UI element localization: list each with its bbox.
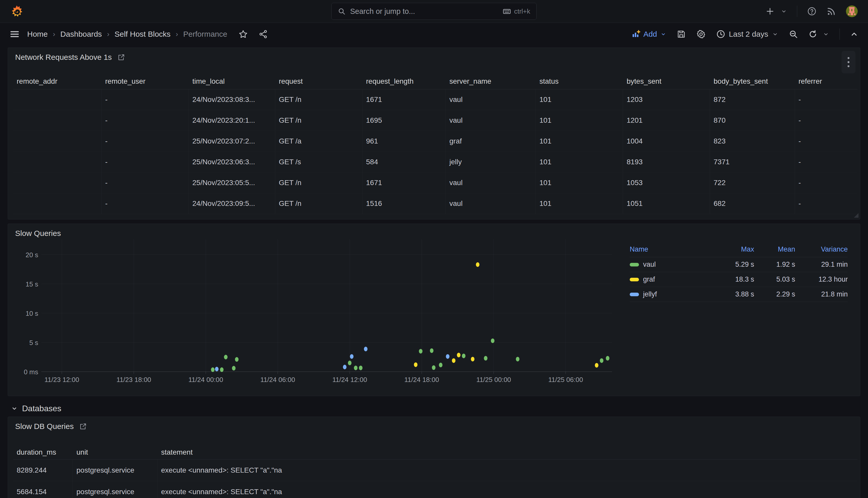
cell-unit: postgresql.service	[73, 459, 158, 481]
column-header-request[interactable]: request	[275, 74, 363, 89]
search-shortcut: ctrl+k	[503, 7, 530, 15]
scatter-point[interactable]	[430, 348, 433, 353]
legend-header-variance[interactable]: Variance	[795, 243, 848, 257]
external-link-icon[interactable]	[118, 53, 125, 61]
scatter-point[interactable]	[516, 357, 519, 362]
scatter-point[interactable]	[215, 367, 219, 371]
column-header-body_bytes_sent[interactable]: body_bytes_sent	[710, 74, 795, 89]
time-range-picker[interactable]: Last 2 days	[716, 29, 778, 39]
panel-network-header[interactable]: Network Requests Above 1s	[8, 48, 860, 62]
series-name-prefix: jellyf	[643, 290, 657, 298]
collapse-caret-up-icon[interactable]	[850, 30, 858, 38]
server-name-prefix: graf	[449, 137, 462, 145]
scatter-point[interactable]	[343, 365, 347, 369]
column-header-duration_ms[interactable]: duration_ms	[13, 445, 73, 459]
legend-header-name[interactable]: Name	[630, 243, 713, 257]
breadcrumb-dashboards[interactable]: Dashboards	[60, 30, 102, 39]
scatter-point[interactable]	[457, 353, 460, 357]
refresh-icon[interactable]	[808, 29, 817, 39]
scatter-point[interactable]	[359, 366, 363, 370]
panel-resize-handle[interactable]	[854, 213, 858, 218]
column-header-time_local[interactable]: time_local	[189, 74, 275, 89]
new-chevron-down-icon[interactable]	[781, 8, 787, 15]
section-databases[interactable]: Databases	[8, 400, 860, 417]
scatter-point[interactable]	[419, 349, 422, 353]
zoom-out-icon[interactable]	[789, 29, 798, 39]
column-header-referrer[interactable]: referrer	[795, 74, 857, 89]
breadcrumb-home[interactable]: Home	[27, 30, 48, 39]
scatter-point[interactable]	[446, 354, 449, 359]
server-name-prefix: vaul	[449, 116, 462, 124]
scatter-point[interactable]	[414, 363, 418, 367]
panel-slow-queries-header[interactable]: Slow Queries	[8, 224, 860, 238]
series-color-chip[interactable]	[630, 278, 639, 281]
scatter-point[interactable]	[350, 354, 353, 359]
redacted-value	[303, 135, 341, 147]
scatter-point[interactable]	[462, 353, 465, 358]
top-nav-bar: Search or jump to... ctrl+k	[0, 0, 868, 23]
scatter-point[interactable]	[452, 358, 456, 363]
column-header-server_name[interactable]: server_name	[446, 74, 536, 89]
scatter-point[interactable]	[232, 366, 235, 370]
redacted-value	[303, 177, 341, 189]
scatter-point[interactable]	[491, 338, 494, 343]
scatter-point[interactable]	[354, 366, 357, 370]
scatter-point[interactable]	[600, 358, 603, 363]
help-icon[interactable]	[807, 6, 817, 16]
breadcrumb-current: Performance	[183, 30, 227, 39]
scatter-point[interactable]	[471, 357, 475, 362]
user-avatar[interactable]	[846, 5, 858, 17]
column-header-statement[interactable]: statement	[158, 445, 857, 459]
scatter-point[interactable]	[235, 357, 239, 362]
scatter-point[interactable]	[606, 356, 609, 361]
scatter-point[interactable]	[484, 356, 487, 361]
dashboard-nav-bar: Home › Dashboards › Self Host Blocks › P…	[0, 23, 868, 45]
add-button[interactable]: Add	[632, 30, 666, 39]
column-header-unit[interactable]: unit	[73, 445, 158, 459]
scatter-point[interactable]	[476, 262, 479, 267]
redacted-value	[17, 92, 81, 107]
cell-time-local: 24/Nov/2023:20:1...	[189, 110, 275, 131]
scatter-point[interactable]	[224, 355, 228, 359]
legend-mean-value: 5.03 s	[754, 272, 795, 287]
column-header-remote_addr[interactable]: remote_addr	[13, 74, 101, 89]
scatter-point[interactable]	[364, 347, 368, 351]
scatter-point[interactable]	[211, 367, 214, 372]
cell-request-length: 1695	[363, 110, 446, 131]
search-input[interactable]: Search or jump to... ctrl+k	[331, 3, 537, 20]
scatter-point[interactable]	[348, 361, 351, 365]
scatter-point[interactable]	[595, 363, 598, 368]
breadcrumb-folder[interactable]: Self Host Blocks	[114, 30, 170, 39]
dashboard-settings-gear-icon[interactable]	[696, 29, 706, 39]
share-icon[interactable]	[259, 29, 268, 39]
dashboard-body: Network Requests Above 1s remote_addrrem…	[0, 45, 868, 498]
external-link-icon[interactable]	[79, 422, 87, 430]
scatter-point[interactable]	[439, 363, 443, 367]
series-color-chip[interactable]	[630, 263, 639, 266]
grafana-logo-icon[interactable]	[10, 5, 23, 18]
cell-request: GET /n	[275, 89, 363, 110]
cell-referrer: -	[795, 89, 857, 110]
column-header-request_length[interactable]: request_length	[363, 74, 446, 89]
statement-prefix: execute <unnamed>: SELECT "a"."na	[161, 488, 282, 496]
new-plus-icon[interactable]	[766, 7, 774, 16]
scatter-point[interactable]	[220, 367, 224, 372]
column-header-bytes_sent[interactable]: bytes_sent	[623, 74, 710, 89]
legend-header-mean[interactable]: Mean	[754, 243, 795, 257]
series-color-chip[interactable]	[630, 293, 639, 296]
favorite-star-icon[interactable]	[239, 29, 248, 39]
news-icon[interactable]	[826, 6, 836, 16]
legend-header-max[interactable]: Max	[713, 243, 754, 257]
column-header-remote_user[interactable]: remote_user	[101, 74, 189, 89]
column-header-status[interactable]: status	[536, 74, 623, 89]
cell-time-local: 25/Nov/2023:05:5...	[189, 172, 275, 193]
panel-menu-kebab-icon[interactable]	[842, 51, 855, 74]
server-name-prefix: vaul	[449, 179, 462, 187]
save-dashboard-icon[interactable]	[677, 29, 686, 39]
refresh-interval-chevron-down-icon[interactable]	[823, 31, 829, 38]
panel-slow-db-header[interactable]: Slow DB Queries	[8, 417, 860, 431]
mega-menu-icon[interactable]	[10, 29, 19, 39]
cell-time-local: 24/Nov/2023:09:5...	[189, 193, 275, 214]
scatter-point[interactable]	[432, 365, 436, 370]
request-prefix: GET /n	[279, 116, 301, 124]
